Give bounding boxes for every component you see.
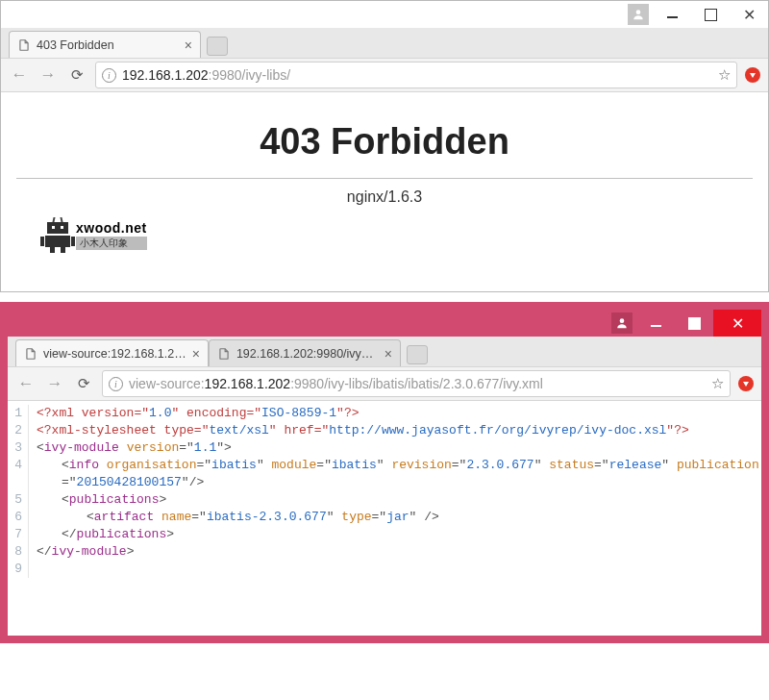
page-content: 403 Forbidden nginx/1.6.3 xwood.net 小木人印… xyxy=(1,92,768,291)
site-info-icon[interactable]: i xyxy=(102,68,116,83)
new-tab-button[interactable] xyxy=(407,345,428,364)
error-heading: 403 Forbidden xyxy=(16,121,753,162)
line-gutter: 1 2 3 4 5 6 7 8 9 xyxy=(8,405,29,578)
maximize-button[interactable] xyxy=(675,310,713,337)
bookmark-star-icon[interactable]: ☆ xyxy=(718,66,731,84)
toolbar: ← → ⟳ i 192.168.1.202:9980/ivy-libs/ ☆ xyxy=(1,58,768,92)
back-button[interactable]: ← xyxy=(15,373,37,394)
tab-title: 192.168.1.202:9980/ivy… xyxy=(236,347,379,361)
extension-icon[interactable] xyxy=(745,67,760,83)
toolbar: ← → ⟳ i view-source:192.168.1.202:9980/i… xyxy=(8,366,761,401)
line-number: 4 xyxy=(8,457,22,491)
tab-title: 403 Forbidden xyxy=(37,38,179,52)
reload-button[interactable]: ⟳ xyxy=(66,64,87,86)
back-button[interactable]: ← xyxy=(9,64,30,86)
tab-strip: 403 Forbidden × xyxy=(1,28,768,58)
tab-strip: view-source:192.168.1.2… × 192.168.1.202… xyxy=(8,337,761,366)
line-number: 3 xyxy=(8,439,22,457)
line-number: 6 xyxy=(8,509,22,526)
url-text: view-source:192.168.1.202:9980/ivy-libs/… xyxy=(129,376,706,391)
address-bar[interactable]: i view-source:192.168.1.202:9980/ivy-lib… xyxy=(102,370,731,397)
svg-point-0 xyxy=(636,10,641,14)
watermark-logo: xwood.net 小木人印象 xyxy=(41,217,753,253)
line-number: 7 xyxy=(8,526,22,543)
minimize-button[interactable] xyxy=(636,310,675,337)
url-text: 192.168.1.202:9980/ivy-libs/ xyxy=(122,67,712,83)
browser-tab-page[interactable]: 192.168.1.202:9980/ivy… × xyxy=(209,339,401,366)
browser-window-2: ✕ view-source:192.168.1.2… × 192.168.1.2… xyxy=(0,302,769,643)
bookmark-star-icon[interactable]: ☆ xyxy=(711,375,724,392)
maximize-button[interactable] xyxy=(691,1,730,28)
tab-title: view-source:192.168.1.2… xyxy=(43,347,186,361)
profile-icon[interactable] xyxy=(611,312,633,334)
watermark-caption: 小木人印象 xyxy=(76,237,147,250)
close-button[interactable]: ✕ xyxy=(730,1,768,28)
reload-button[interactable]: ⟳ xyxy=(73,373,94,394)
address-bar[interactable]: i 192.168.1.202:9980/ivy-libs/ ☆ xyxy=(95,62,737,88)
robot-icon xyxy=(41,217,74,253)
watermark-domain: xwood.net xyxy=(76,220,147,236)
line-number: 5 xyxy=(8,491,22,509)
tab-close-icon[interactable]: × xyxy=(384,346,392,362)
browser-window-1: ✕ 403 Forbidden × ← → ⟳ i 192.168.1.202:… xyxy=(0,0,769,292)
line-number: 1 xyxy=(8,405,22,422)
forward-button[interactable]: → xyxy=(44,373,65,394)
file-icon xyxy=(217,346,231,362)
window-titlebar: ✕ xyxy=(8,310,761,337)
server-signature: nginx/1.6.3 xyxy=(16,188,753,206)
view-source-pane: 1 2 3 4 5 6 7 8 9 <?xml version="1.0" en… xyxy=(8,401,761,636)
source-code[interactable]: <?xml version="1.0" encoding="ISO-8859-1… xyxy=(29,405,761,578)
close-button[interactable]: ✕ xyxy=(713,310,761,337)
new-tab-button[interactable] xyxy=(207,37,228,56)
line-number: 2 xyxy=(8,422,22,439)
svg-point-1 xyxy=(620,318,625,323)
line-number: 8 xyxy=(8,543,22,561)
file-icon xyxy=(24,346,37,362)
site-info-icon[interactable]: i xyxy=(109,377,123,391)
window-titlebar: ✕ xyxy=(1,1,768,28)
minimize-button[interactable] xyxy=(653,1,691,28)
forward-button[interactable]: → xyxy=(37,64,59,86)
file-icon xyxy=(17,38,31,53)
divider xyxy=(16,178,753,179)
tab-close-icon[interactable]: × xyxy=(192,346,200,362)
browser-tab[interactable]: 403 Forbidden × xyxy=(9,31,201,58)
line-number: 9 xyxy=(8,561,22,578)
tab-close-icon[interactable]: × xyxy=(185,38,192,53)
profile-icon[interactable] xyxy=(628,4,649,25)
extension-icon[interactable] xyxy=(738,376,754,391)
browser-tab-source[interactable]: view-source:192.168.1.2… × xyxy=(15,339,209,366)
